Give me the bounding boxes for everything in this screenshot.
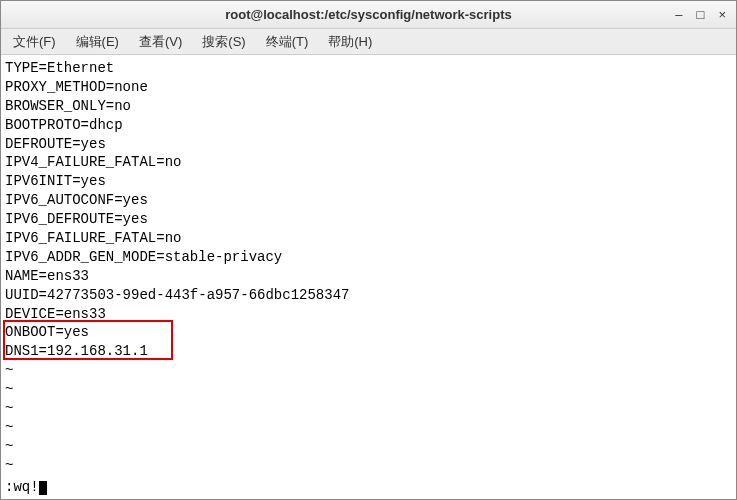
config-line: DEVICE=ens33 (5, 305, 732, 324)
vim-command: :wq! (5, 479, 39, 495)
config-line: BROWSER_ONLY=no (5, 97, 732, 116)
config-line: TYPE=Ethernet (5, 59, 732, 78)
config-line: IPV6_AUTOCONF=yes (5, 191, 732, 210)
titlebar: root@localhost:/etc/sysconfig/network-sc… (1, 1, 736, 29)
config-line: IPV6_DEFROUTE=yes (5, 210, 732, 229)
empty-line-tilde: ~ (5, 418, 732, 437)
empty-line-tilde: ~ (5, 437, 732, 456)
empty-line-tilde: ~ (5, 380, 732, 399)
close-icon[interactable]: × (718, 7, 726, 22)
menu-view[interactable]: 查看(V) (135, 31, 186, 53)
config-line: UUID=42773503-99ed-443f-a957-66dbc125834… (5, 286, 732, 305)
config-line: ONBOOT=yes (5, 323, 732, 342)
config-line: IPV4_FAILURE_FATAL=no (5, 153, 732, 172)
config-line: PROXY_METHOD=none (5, 78, 732, 97)
config-line: DNS1=192.168.31.1 (5, 342, 732, 361)
menubar: 文件(F) 编辑(E) 查看(V) 搜索(S) 终端(T) 帮助(H) (1, 29, 736, 55)
config-line: IPV6_ADDR_GEN_MODE=stable-privacy (5, 248, 732, 267)
maximize-icon[interactable]: □ (697, 7, 705, 22)
menu-file[interactable]: 文件(F) (9, 31, 60, 53)
minimize-icon[interactable]: – (675, 7, 682, 22)
empty-line-tilde: ~ (5, 361, 732, 380)
menu-help[interactable]: 帮助(H) (324, 31, 376, 53)
vim-command-line[interactable]: :wq! (5, 478, 47, 497)
config-line: DEFROUTE=yes (5, 135, 732, 154)
menu-terminal[interactable]: 终端(T) (262, 31, 313, 53)
config-line: BOOTPROTO=dhcp (5, 116, 732, 135)
window-title: root@localhost:/etc/sysconfig/network-sc… (9, 7, 728, 22)
menu-search[interactable]: 搜索(S) (198, 31, 249, 53)
config-line: IPV6INIT=yes (5, 172, 732, 191)
config-line: NAME=ens33 (5, 267, 732, 286)
terminal-window: root@localhost:/etc/sysconfig/network-sc… (0, 0, 737, 500)
config-line: IPV6_FAILURE_FATAL=no (5, 229, 732, 248)
menu-edit[interactable]: 编辑(E) (72, 31, 123, 53)
window-controls: – □ × (675, 7, 726, 22)
cursor-icon (39, 481, 47, 495)
empty-line-tilde: ~ (5, 456, 732, 475)
terminal-area[interactable]: TYPE=Ethernet PROXY_METHOD=none BROWSER_… (1, 55, 736, 499)
empty-line-tilde: ~ (5, 399, 732, 418)
